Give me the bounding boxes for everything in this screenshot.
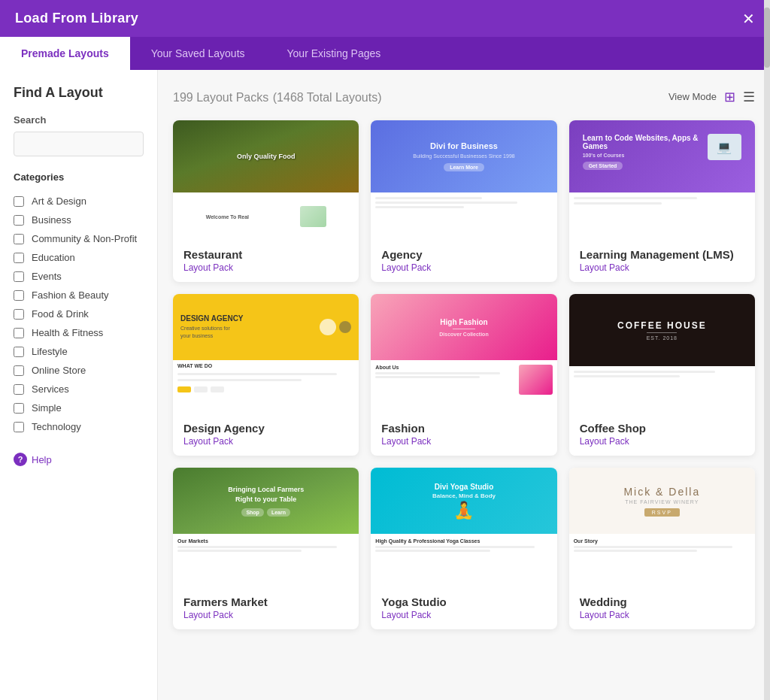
category-checkbox-food-drink[interactable] (14, 309, 24, 320)
category-checkbox-events[interactable] (14, 271, 24, 282)
category-item-food-drink[interactable]: Food & Drink (14, 305, 144, 323)
category-item-online-store[interactable]: Online Store (14, 361, 144, 380)
categories-title: Categories (14, 171, 144, 183)
help-label: Help (32, 454, 52, 465)
card-name-yoga-studio: Yoga Studio (381, 595, 546, 608)
category-checkbox-technology[interactable] (14, 422, 24, 432)
category-item-community[interactable]: Community & Non-Profit (14, 229, 144, 248)
card-preview-agency: Divi for Business Building Successful Bu… (371, 120, 556, 241)
category-item-education[interactable]: Education (14, 248, 144, 267)
card-preview-wedding: Mick & Della THE FAIRVIEW WINERY RSVP Ou… (569, 468, 755, 588)
category-label-technology: Technology (32, 421, 81, 432)
category-label-lifestyle: Lifestyle (32, 346, 68, 357)
view-mode: View Mode ⊞ ☰ (668, 89, 755, 105)
card-name-coffee-shop: Coffee Shop (580, 422, 744, 435)
card-preview-restaurant: Only Quality Food Welcome To Real (173, 120, 359, 241)
content-area: Find A Layout Search Categories Art & De… (0, 70, 770, 700)
category-checkbox-community[interactable] (14, 234, 24, 244)
category-checkbox-art-design[interactable] (14, 196, 24, 207)
card-info-lms: Learning Management (LMS) Layout Pack (569, 241, 755, 282)
category-label-simple: Simple (32, 402, 62, 414)
category-checkbox-health-fitness[interactable] (14, 328, 24, 338)
card-name-wedding: Wedding (580, 595, 744, 608)
category-checkbox-fashion-beauty[interactable] (14, 290, 24, 301)
card-info-wedding: Wedding Layout Pack (569, 588, 755, 629)
layout-card-restaurant[interactable]: Only Quality Food Welcome To Real Restau… (173, 120, 359, 282)
category-label-health-fitness: Health & Fitness (32, 327, 103, 338)
help-link[interactable]: ? Help (14, 453, 144, 466)
grid-view-icon[interactable]: ⊞ (724, 89, 735, 105)
layout-card-wedding[interactable]: Mick & Della THE FAIRVIEW WINERY RSVP Ou… (569, 468, 755, 629)
category-checkbox-business[interactable] (14, 215, 24, 226)
category-item-technology[interactable]: Technology (14, 417, 144, 436)
card-name-design-agency: Design Agency (183, 422, 348, 435)
category-item-services[interactable]: Services (14, 380, 144, 398)
category-checkbox-lifestyle[interactable] (14, 347, 24, 357)
tab-existing[interactable]: Your Existing Pages (266, 37, 402, 70)
layouts-grid: Only Quality Food Welcome To Real Restau… (173, 120, 755, 629)
card-name-restaurant: Restaurant (183, 248, 348, 261)
card-type-design-agency: Layout Pack (183, 436, 348, 447)
category-label-business: Business (32, 214, 71, 226)
card-info-restaurant: Restaurant Layout Pack (173, 241, 359, 282)
view-mode-label: View Mode (668, 91, 717, 102)
category-checkbox-simple[interactable] (14, 403, 24, 414)
category-checkbox-services[interactable] (14, 384, 24, 395)
sidebar: Find A Layout Search Categories Art & De… (0, 70, 158, 700)
category-item-lifestyle[interactable]: Lifestyle (14, 342, 144, 361)
category-label-community: Community & Non-Profit (32, 233, 137, 244)
category-label-food-drink: Food & Drink (32, 308, 89, 320)
layout-card-yoga-studio[interactable]: Divi Yoga Studio Balance, Mind & Body 🧘 … (371, 468, 556, 629)
card-preview-yoga-studio: Divi Yoga Studio Balance, Mind & Body 🧘 … (371, 468, 556, 588)
card-type-yoga-studio: Layout Pack (381, 610, 546, 620)
category-label-online-store: Online Store (32, 365, 86, 376)
layout-card-fashion[interactable]: High Fashion Discover Collection About U… (371, 294, 556, 456)
main-header: 199 Layout Packs (1468 Total Layouts) Vi… (173, 88, 755, 105)
categories-list: Art & Design Business Community & Non-Pr… (14, 192, 144, 436)
sidebar-title: Find A Layout (14, 85, 144, 101)
card-preview-lms: Learn to Code Websites, Apps & Games 100… (569, 120, 755, 241)
category-item-fashion-beauty[interactable]: Fashion & Beauty (14, 286, 144, 305)
category-checkbox-online-store[interactable] (14, 365, 24, 376)
layout-card-coffee-shop[interactable]: COFFEE HOUSE EST. 2018 (569, 294, 755, 456)
category-item-business[interactable]: Business (14, 211, 144, 229)
layout-card-lms[interactable]: Learn to Code Websites, Apps & Games 100… (569, 120, 755, 282)
card-type-restaurant: Layout Pack (183, 262, 348, 273)
card-info-farmers-market: Farmers Market Layout Pack (173, 588, 359, 629)
card-preview-coffee-shop: COFFEE HOUSE EST. 2018 (569, 294, 755, 414)
card-info-yoga-studio: Yoga Studio Layout Pack (371, 588, 556, 629)
card-preview-fashion: High Fashion Discover Collection About U… (371, 294, 556, 414)
layout-card-design-agency[interactable]: DESIGN AGENCY Creative solutions foryour… (173, 294, 359, 456)
category-label-fashion-beauty: Fashion & Beauty (32, 289, 109, 301)
category-item-simple[interactable]: Simple (14, 398, 144, 417)
category-checkbox-education[interactable] (14, 253, 24, 263)
card-type-lms: Layout Pack (580, 262, 744, 273)
help-icon: ? (14, 453, 27, 466)
card-name-farmers-market: Farmers Market (183, 595, 348, 608)
layout-count: 199 Layout Packs (1468 Total Layouts) (173, 88, 381, 105)
close-button[interactable]: ✕ (742, 11, 755, 26)
modal-title: Load From Library (15, 11, 138, 26)
tab-premade[interactable]: Premade Layouts (0, 37, 130, 70)
card-type-agency: Layout Pack (381, 262, 546, 273)
list-view-icon[interactable]: ☰ (743, 89, 755, 105)
scrollbar-track[interactable] (764, 70, 770, 700)
category-label-art-design: Art & Design (32, 195, 86, 207)
card-type-wedding: Layout Pack (580, 610, 744, 620)
layout-card-agency[interactable]: Divi for Business Building Successful Bu… (371, 120, 556, 282)
search-input[interactable] (14, 132, 144, 156)
category-item-health-fitness[interactable]: Health & Fitness (14, 323, 144, 342)
category-label-services: Services (32, 383, 69, 395)
category-label-events: Events (32, 271, 62, 282)
card-info-agency: Agency Layout Pack (371, 241, 556, 282)
modal-header: Load From Library ✕ (0, 0, 770, 37)
card-name-agency: Agency (381, 248, 546, 261)
tab-saved[interactable]: Your Saved Layouts (130, 37, 266, 70)
card-name-lms: Learning Management (LMS) (580, 248, 744, 261)
category-item-events[interactable]: Events (14, 267, 144, 286)
layout-card-farmers-market[interactable]: Bringing Local FarmersRight to your Tabl… (173, 468, 359, 629)
card-name-fashion: Fashion (381, 422, 546, 435)
card-preview-design-agency: DESIGN AGENCY Creative solutions foryour… (173, 294, 359, 414)
tab-bar: Premade Layouts Your Saved Layouts Your … (0, 37, 770, 70)
category-item-art-design[interactable]: Art & Design (14, 192, 144, 211)
